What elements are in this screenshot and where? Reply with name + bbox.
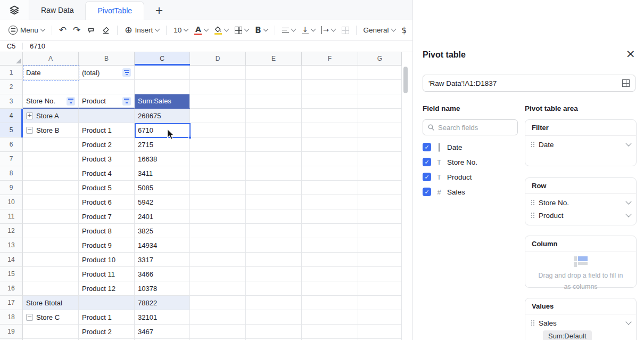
cell-C11[interactable]: 2401	[135, 209, 190, 224]
chevron-down-icon[interactable]	[625, 140, 631, 146]
cell-G11[interactable]	[358, 209, 402, 224]
collapse-group-icon[interactable]: −	[26, 314, 33, 321]
column-header-A[interactable]: A	[23, 52, 79, 66]
cell-D1[interactable]	[190, 66, 246, 80]
cell-C18[interactable]: 32101	[135, 310, 190, 325]
cell-D8[interactable]	[190, 166, 246, 181]
menu-button[interactable]: Menu	[5, 23, 48, 38]
bold-button[interactable]: B	[252, 23, 270, 38]
add-sheet-button[interactable]: +	[155, 0, 163, 20]
row-header-14[interactable]: 14	[0, 253, 23, 267]
cell-F9[interactable]	[302, 181, 358, 195]
cell-G13[interactable]	[358, 238, 402, 253]
row-header-8[interactable]: 8	[0, 166, 23, 181]
expand-group-icon[interactable]: +	[26, 112, 33, 119]
cell-G18[interactable]	[358, 310, 402, 325]
cell-A19[interactable]	[23, 325, 79, 339]
search-fields-input[interactable]	[438, 124, 513, 132]
field-row-date[interactable]: ✓ Date	[423, 140, 518, 155]
close-panel-button[interactable]: ×	[626, 48, 635, 60]
range-input[interactable]	[428, 79, 622, 87]
cell-E11[interactable]	[246, 209, 302, 224]
insert-button[interactable]: ⊕ Insert	[121, 23, 162, 38]
cell-C7[interactable]: 16638	[135, 152, 190, 166]
drag-handle-icon[interactable]	[531, 199, 535, 206]
cell-A5[interactable]: −Store B	[23, 123, 79, 137]
cell-E18[interactable]	[246, 310, 302, 325]
drag-handle-icon[interactable]	[531, 320, 535, 326]
row-header-9[interactable]: 9	[0, 181, 23, 195]
values-item-sales[interactable]: Sales	[531, 317, 631, 329]
cell-F16[interactable]	[302, 281, 358, 296]
cell-D7[interactable]	[190, 152, 246, 166]
cell-G6[interactable]	[358, 137, 402, 152]
cell-A15[interactable]	[23, 267, 79, 281]
cell-D11[interactable]	[190, 209, 246, 224]
cell-G19[interactable]	[358, 325, 402, 339]
chevron-down-icon[interactable]	[625, 198, 631, 204]
field-row-store-no[interactable]: ✓ T Store No.	[423, 155, 518, 169]
cell-A6[interactable]	[23, 137, 79, 152]
cell-F8[interactable]	[302, 166, 358, 181]
row-header-13[interactable]: 13	[0, 238, 23, 253]
cell-D13[interactable]	[190, 238, 246, 253]
row-header-6[interactable]: 6	[0, 137, 23, 152]
row-header-7[interactable]: 7	[0, 152, 23, 166]
cell-G12[interactable]	[358, 224, 402, 238]
cell-E8[interactable]	[246, 166, 302, 181]
cell-E15[interactable]	[246, 267, 302, 281]
cell-F15[interactable]	[302, 267, 358, 281]
cell-G9[interactable]	[358, 181, 402, 195]
formula-input[interactable]: 6710	[23, 42, 45, 50]
column-header-E[interactable]: E	[246, 52, 302, 66]
chevron-down-icon[interactable]	[625, 319, 631, 325]
cell-filter-icon[interactable]	[67, 97, 75, 106]
cell-D18[interactable]	[190, 310, 246, 325]
cell-G4[interactable]	[358, 109, 402, 123]
cell-E19[interactable]	[246, 325, 302, 339]
cell-E7[interactable]	[246, 152, 302, 166]
cell-G5[interactable]	[358, 123, 402, 137]
cell-E4[interactable]	[246, 109, 302, 123]
cell-F2[interactable]	[302, 80, 358, 94]
cell-F5[interactable]	[302, 123, 358, 137]
cell-D14[interactable]	[190, 253, 246, 267]
aggregation-badge[interactable]: Sum:Default	[543, 330, 592, 340]
format-painter-button[interactable]	[84, 23, 98, 38]
fill-color-button[interactable]	[211, 23, 232, 38]
cell-A17[interactable]: Store Btotal	[23, 296, 79, 310]
cell-B17[interactable]	[79, 296, 135, 310]
cell-A18[interactable]: −Store C	[23, 310, 79, 325]
cell-A11[interactable]	[23, 209, 79, 224]
cell-B9[interactable]: Product 5	[79, 181, 135, 195]
cell-B3[interactable]: Product	[79, 94, 135, 109]
cell-D17[interactable]	[190, 296, 246, 310]
cell-F19[interactable]	[302, 325, 358, 339]
cell-F17[interactable]	[302, 296, 358, 310]
cell-C1[interactable]	[135, 66, 190, 80]
drag-handle-icon[interactable]	[531, 141, 535, 148]
cell-C10[interactable]: 5942	[135, 195, 190, 209]
cell-G15[interactable]	[358, 267, 402, 281]
cell-E5[interactable]	[246, 123, 302, 137]
cell-G17[interactable]	[358, 296, 402, 310]
cell-B10[interactable]: Product 6	[79, 195, 135, 209]
text-rotation-button[interactable]: →	[318, 23, 338, 38]
cell-filter-icon[interactable]	[122, 97, 131, 106]
select-all-corner[interactable]	[0, 52, 23, 66]
cell-G1[interactable]	[358, 66, 402, 80]
cell-G3[interactable]	[358, 94, 402, 109]
cell-A2[interactable]	[23, 80, 79, 94]
checkbox-checked[interactable]: ✓	[423, 158, 431, 166]
drag-handle-icon[interactable]	[531, 212, 535, 218]
cell-B8[interactable]: Product 4	[79, 166, 135, 181]
name-box[interactable]: C5	[0, 42, 22, 50]
cell-A1[interactable]: Date	[23, 66, 79, 80]
cell-B16[interactable]: Product 12	[79, 281, 135, 296]
cell-D12[interactable]	[190, 224, 246, 238]
cell-B19[interactable]: Product 2	[79, 325, 135, 339]
row-item-product[interactable]: Product	[531, 209, 631, 222]
row-header-17[interactable]: 17	[0, 296, 23, 310]
font-size-select[interactable]: 10	[170, 23, 191, 38]
cell-C12[interactable]: 3825	[135, 224, 190, 238]
